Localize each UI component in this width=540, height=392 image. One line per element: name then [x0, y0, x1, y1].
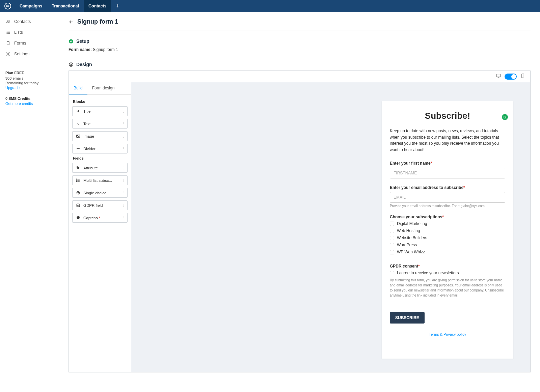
drag-handle-icon: ⋮	[122, 216, 125, 220]
gdpr-fine-print: By submitting this form, you are giving …	[390, 278, 505, 298]
form-name-label: Form name:	[69, 47, 92, 52]
tab-form-design[interactable]: Form design	[87, 82, 119, 94]
svg-point-29	[77, 192, 78, 193]
nav-contacts[interactable]: Contacts	[84, 0, 111, 12]
required-star: *	[99, 216, 100, 220]
gdpr-field-group: GPDR consent* I agree to receive your ne…	[390, 264, 505, 298]
block-divider[interactable]: Divider⋮	[72, 144, 128, 153]
sidebar-item-label: Lists	[14, 30, 23, 35]
svg-text:2: 2	[71, 63, 72, 66]
page-header: Signup form 1	[69, 18, 531, 30]
drag-handle-icon: ⋮	[122, 203, 125, 207]
field-single-choice[interactable]: Single choice⋮	[72, 188, 128, 198]
svg-text:A: A	[77, 122, 79, 125]
check-circle-icon	[69, 39, 74, 44]
circle-step-icon: 2	[69, 62, 74, 67]
tag-icon	[75, 166, 81, 170]
sidebar-item-contacts[interactable]: Contacts	[0, 16, 59, 27]
forms-icon	[5, 41, 11, 46]
form-title: Subscribe!	[390, 111, 505, 121]
email-input[interactable]	[390, 192, 505, 203]
subscription-option[interactable]: Digital Marketing	[390, 221, 505, 226]
form-preview: G Subscribe! Keep up to date with new po…	[382, 101, 513, 359]
blocks-heading: Blocks	[73, 100, 127, 104]
build-panel: Build Form design Blocks H Title⋮ A	[69, 82, 131, 372]
field-attribute[interactable]: Attribute⋮	[72, 163, 128, 173]
drag-handle-icon: ⋮	[122, 178, 125, 182]
desktop-icon[interactable]	[496, 73, 501, 80]
text-icon: A	[75, 121, 81, 126]
field-captcha[interactable]: Captcha*⋮	[72, 213, 128, 223]
svg-rect-14	[496, 74, 501, 77]
firstname-input[interactable]	[390, 168, 505, 178]
gear-icon	[5, 52, 11, 56]
checkbox-icon	[75, 203, 81, 207]
image-icon	[75, 134, 81, 138]
radio-icon	[75, 191, 81, 195]
drag-handle-icon: ⋮	[122, 147, 125, 150]
sidebar: Contacts Lists Forms Settings Plan FREE …	[0, 12, 59, 392]
shield-icon	[75, 216, 81, 220]
firstname-field-group: Enter your first name*	[390, 161, 505, 178]
sidebar-item-forms[interactable]: Forms	[0, 38, 59, 49]
get-credits-link[interactable]: Get more credits	[5, 102, 53, 106]
sidebar-item-label: Forms	[14, 41, 26, 46]
drag-handle-icon: ⋮	[122, 191, 125, 195]
tab-build[interactable]: Build	[69, 82, 87, 94]
nav-campaigns[interactable]: Campaigns	[15, 0, 47, 12]
svg-point-1	[7, 20, 8, 22]
lists-icon	[5, 30, 11, 35]
main-content: Signup form 1 Setup Form name: Signup fo…	[59, 12, 540, 392]
heading-icon: H	[75, 109, 81, 113]
upgrade-link[interactable]: Upgrade	[5, 86, 53, 90]
nav-transactional[interactable]: Transactional	[47, 0, 84, 12]
svg-rect-30	[77, 204, 80, 207]
subscription-option[interactable]: WordPress	[390, 243, 505, 247]
sidebar-item-lists[interactable]: Lists	[0, 27, 59, 38]
subscriptions-field-group: Choose your subscriptions* Digital Marke…	[390, 215, 505, 254]
subscription-option[interactable]: WP Web Whizz	[390, 250, 505, 254]
setup-heading: Setup	[76, 38, 89, 44]
grammarly-badge-icon: G	[502, 114, 508, 120]
design-section: 2 Design Build Form design	[69, 57, 531, 377]
subscribe-button[interactable]: SUBSCRIBE	[390, 312, 425, 324]
drag-handle-icon: ⋮	[122, 134, 125, 138]
drag-handle-icon: ⋮	[122, 122, 125, 125]
setup-section: Setup Form name: Signup form 1	[69, 34, 531, 57]
svg-point-2	[8, 21, 9, 22]
preview-toolbar	[69, 71, 531, 82]
block-image[interactable]: Image⋮	[72, 131, 128, 141]
sidebar-item-settings[interactable]: Settings	[0, 49, 59, 59]
block-title[interactable]: H Title⋮	[72, 106, 128, 116]
device-toggle[interactable]	[505, 74, 517, 80]
mobile-icon[interactable]	[520, 73, 525, 80]
svg-text:H: H	[77, 110, 79, 113]
block-text[interactable]: A Text⋮	[72, 119, 128, 129]
sidebar-item-label: Settings	[14, 52, 29, 56]
plan-info: Plan FREE 300 emails Remaining for today…	[0, 66, 59, 93]
field-gdpr[interactable]: GDPR field⋮	[72, 200, 128, 210]
sidebar-item-label: Contacts	[14, 19, 31, 24]
divider-icon	[75, 146, 81, 151]
svg-rect-25	[76, 179, 77, 179]
field-multi-list[interactable]: Multi-list subsc...⋮	[72, 175, 128, 185]
contacts-icon	[5, 19, 11, 24]
svg-point-20	[77, 136, 78, 136]
subscription-option[interactable]: Web Hosting	[390, 228, 505, 233]
email-help-text: Provide your email address to subscribe.…	[390, 204, 505, 208]
add-button[interactable]: +	[111, 0, 124, 12]
design-heading: Design	[76, 62, 92, 67]
form-intro-text: Keep up to date with new posts, news, re…	[390, 128, 505, 153]
svg-point-10	[7, 53, 9, 55]
svg-rect-27	[76, 181, 77, 182]
gdpr-checkbox[interactable]: I agree to receive your newsletters	[390, 271, 505, 275]
app-logo	[3, 2, 12, 10]
drag-handle-icon: ⋮	[122, 166, 125, 170]
svg-rect-19	[76, 135, 80, 138]
sms-credits-info: 0 SMS Credits Get more credits	[0, 93, 59, 109]
form-canvas: G Subscribe! Keep up to date with new po…	[131, 82, 530, 372]
drag-handle-icon: ⋮	[122, 109, 125, 113]
back-button[interactable]	[69, 19, 74, 25]
subscription-option[interactable]: Website Builders	[390, 235, 505, 240]
terms-link[interactable]: Terms & Privacy policy	[390, 332, 505, 336]
